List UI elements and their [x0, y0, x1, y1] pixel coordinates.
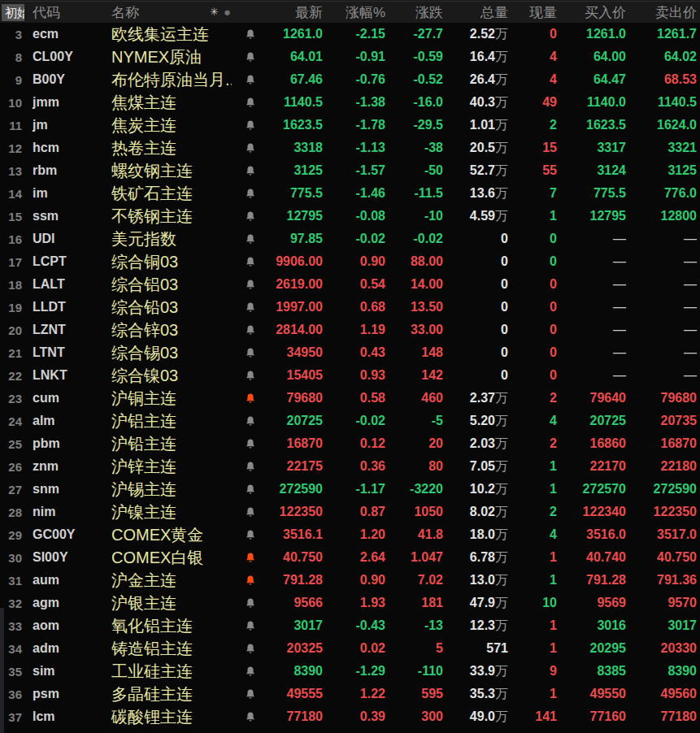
change-percent: -1.46	[325, 186, 388, 201]
table-row[interactable]: 34 adm 铸造铝主连 20325 0.02 5 571 1 20295 20…	[0, 637, 700, 660]
left-edge-scrollbar[interactable]	[0, 608, 4, 733]
alert-bell-icon[interactable]	[245, 597, 256, 609]
table-row[interactable]: 27 snm 沪锡主连 272590 -1.17 -3220 10.2万 1 2…	[0, 478, 700, 501]
alert-bell-icon[interactable]	[245, 233, 256, 245]
current-volume: 4	[511, 414, 559, 428]
alert-bell-icon[interactable]	[245, 188, 256, 200]
bid-price: —	[559, 323, 628, 337]
change-percent: -1.29	[325, 664, 388, 679]
table-row[interactable]: 14 im 铁矿石主连 775.5 -1.46 -11.5 13.6万 7 77…	[0, 182, 700, 205]
table-row[interactable]: 35 sim 工业硅主连 8390 -1.29 -110 33.9万 9 838…	[0, 660, 700, 683]
ask-price: 3017	[628, 618, 700, 633]
table-row[interactable]: 37 lcm 碳酸锂主连 77180 0.39 300 49.0万 141 77…	[0, 705, 700, 728]
alert-bell-icon[interactable]	[245, 74, 256, 86]
column-header-total-volume[interactable]: 总量	[446, 1, 511, 23]
row-index: 9	[0, 73, 24, 87]
table-row[interactable]: 24 alm 沪铝主连 20725 -0.02 -5 5.20万 4 20725…	[0, 410, 700, 432]
table-row[interactable]: 12 hcm 热卷主连 3318 -1.13 -38 20.5万 15 3317…	[0, 137, 700, 159]
bid-price: —	[559, 277, 628, 292]
alert-bell-icon[interactable]	[245, 666, 256, 678]
table-row[interactable]: 15 ssm 不锈钢主连 12795 -0.08 -10 4.59万 1 127…	[0, 205, 700, 228]
row-index: 28	[0, 505, 24, 519]
table-row[interactable]: 3 ecm 欧线集运主连 1261.0 -2.15 -27.7 2.52万 0 …	[0, 23, 700, 46]
alert-bell-icon[interactable]	[245, 301, 256, 314]
alert-bell-icon[interactable]	[245, 461, 256, 473]
table-row[interactable]: 29 GC00Y COMEX黄金 3516.1 1.20 41.8 18.0万 …	[0, 523, 700, 546]
alert-bell-icon[interactable]	[245, 142, 256, 154]
table-row[interactable]: 16 UDI 美元指数 97.85 -0.02 -0.02 0 0 — —	[0, 228, 700, 250]
table-row[interactable]: 30 SI00Y COMEX白银 40.750 2.64 1.047 6.78万…	[0, 546, 700, 569]
contract-code: snm	[24, 482, 110, 497]
alert-bell-icon[interactable]	[245, 529, 256, 541]
bid-price: —	[559, 300, 628, 314]
current-volume: 1	[511, 482, 559, 497]
latest-price: 1261.0	[268, 27, 325, 41]
alert-bell-icon[interactable]	[245, 552, 256, 564]
table-row[interactable]: 32 agm 沪银主连 9566 1.93 181 47.9万 10 9569 …	[0, 592, 700, 614]
ask-price: —	[628, 323, 700, 337]
alert-bell-icon[interactable]	[245, 415, 256, 427]
alert-bell-icon[interactable]	[245, 28, 256, 41]
table-row[interactable]: 26 znm 沪锌主连 22175 0.36 80 7.05万 1 22170 …	[0, 455, 700, 478]
table-row[interactable]: 13 rbm 螺纹钢主连 3125 -1.57 -50 52.7万 55 312…	[0, 159, 700, 182]
table-row[interactable]: 10 jmm 焦煤主连 1140.5 -1.38 -16.0 40.3万 49 …	[0, 91, 700, 114]
current-volume: 2	[511, 505, 559, 519]
alert-bell-icon[interactable]	[245, 119, 256, 132]
alert-bell-icon[interactable]	[245, 370, 256, 382]
alert-bell-icon[interactable]	[245, 575, 256, 587]
alert-bell-icon[interactable]	[245, 393, 256, 405]
table-row[interactable]: 25 pbm 沪铅主连 16870 0.12 20 2.03万 2 16860 …	[0, 432, 700, 455]
alert-bell-cell	[232, 641, 268, 656]
table-row[interactable]: 9 B00Y 布伦特原油当月... 67.46 -0.76 -0.52 26.4…	[0, 68, 700, 91]
column-header-current-volume[interactable]: 现量	[511, 1, 559, 23]
alert-bell-icon[interactable]	[245, 256, 256, 268]
alert-bell-icon[interactable]	[245, 620, 256, 632]
alert-bell-icon[interactable]	[245, 279, 256, 291]
initial-sort-button[interactable]: 初始	[2, 4, 24, 21]
table-row[interactable]: 17 LCPT 综合铜03 9906.00 0.90 88.00 0 0 — —	[0, 250, 700, 273]
alert-bell-icon[interactable]	[245, 97, 256, 109]
latest-price: 9566	[268, 596, 325, 610]
change-percent: 1.22	[325, 687, 388, 701]
table-row[interactable]: 22 LNKT 综合镍03 15405 0.93 142 0 0 — —	[0, 364, 700, 387]
table-row[interactable]: 19 LLDT 综合铅03 1997.00 0.68 13.50 0 0 — —	[0, 296, 700, 319]
table-row[interactable]: 8 CL00Y NYMEX原油 64.01 -0.91 -0.59 16.4万 …	[0, 46, 700, 68]
column-header-latest[interactable]: 最新	[268, 1, 325, 23]
latest-price: 122350	[268, 505, 325, 519]
table-row[interactable]: 21 LTNT 综合锡03 34950 0.43 148 0 0 — —	[0, 341, 700, 364]
latest-price: 3516.1	[268, 527, 325, 542]
alert-bell-icon[interactable]	[245, 643, 256, 655]
change-value: 7.02	[388, 573, 446, 588]
alert-bell-icon[interactable]	[245, 210, 256, 223]
column-header-ask-price[interactable]: 卖出价	[628, 1, 700, 23]
alert-bell-icon[interactable]	[245, 506, 256, 518]
table-row[interactable]: 23 cum 沪铜主连 79680 0.58 460 2.37万 2 79640…	[0, 387, 700, 410]
column-header-bid-price[interactable]: 买入价	[559, 1, 628, 23]
alert-bell-icon[interactable]	[245, 438, 256, 450]
row-index: 17	[0, 255, 24, 269]
table-row[interactable]: 28 nim 沪镍主连 122350 0.87 1050 8.02万 2 122…	[0, 501, 700, 523]
alert-bell-icon[interactable]	[245, 484, 256, 496]
alert-bell-cell	[232, 527, 268, 542]
alert-bell-icon[interactable]	[245, 165, 256, 177]
table-row[interactable]: 33 aom 氧化铝主连 3017 -0.43 -13 12.3万 1 3016…	[0, 614, 700, 637]
table-row[interactable]: 11 jm 焦炭主连 1623.5 -1.78 -29.5 1.01万 2 16…	[0, 114, 700, 137]
table-row[interactable]: 18 LALT 综合铝03 2619.00 0.54 14.00 0 0 — —	[0, 273, 700, 296]
column-header-code[interactable]: 代码	[24, 1, 110, 23]
row-index: 19	[0, 301, 24, 314]
column-header-change-pct[interactable]: 涨幅%	[325, 1, 388, 23]
alert-bell-icon[interactable]	[245, 51, 256, 63]
table-row[interactable]: 31 aum 沪金主连 791.28 0.90 7.02 13.0万 1 791…	[0, 569, 700, 592]
alert-bell-icon[interactable]	[245, 324, 256, 336]
table-row[interactable]: 20 LZNT 综合锌03 2814.00 1.19 33.00 0 0 — —	[0, 319, 700, 341]
dot-icon[interactable]: ●	[224, 6, 231, 18]
row-index: 12	[0, 141, 24, 155]
alert-bell-icon[interactable]	[245, 688, 256, 700]
alert-bell-icon[interactable]	[245, 347, 256, 359]
table-row[interactable]: 36 psm 多晶硅主连 49555 1.22 595 35.3万 1 4955…	[0, 683, 700, 705]
sparkle-icon[interactable]: ✳	[210, 7, 219, 17]
alert-bell-icon[interactable]	[245, 711, 256, 723]
column-header-change[interactable]: 涨跌	[388, 1, 446, 23]
latest-price: 1623.5	[268, 118, 325, 132]
contract-name: 工业硅主连	[110, 661, 232, 683]
